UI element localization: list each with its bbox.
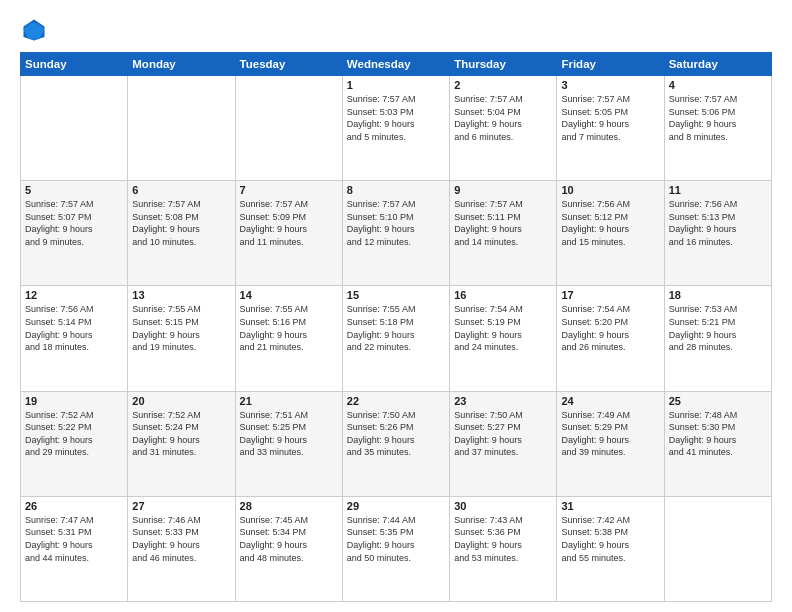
cell-info: Sunrise: 7:55 AM Sunset: 5:15 PM Dayligh…	[132, 303, 230, 353]
day-number: 16	[454, 289, 552, 301]
day-number: 18	[669, 289, 767, 301]
cell-info: Sunrise: 7:50 AM Sunset: 5:26 PM Dayligh…	[347, 409, 445, 459]
day-number: 13	[132, 289, 230, 301]
day-number: 25	[669, 395, 767, 407]
weekday-header-saturday: Saturday	[664, 53, 771, 76]
header	[20, 16, 772, 44]
calendar-cell	[21, 76, 128, 181]
cell-info: Sunrise: 7:49 AM Sunset: 5:29 PM Dayligh…	[561, 409, 659, 459]
cell-info: Sunrise: 7:57 AM Sunset: 5:05 PM Dayligh…	[561, 93, 659, 143]
cell-info: Sunrise: 7:57 AM Sunset: 5:03 PM Dayligh…	[347, 93, 445, 143]
calendar-cell: 30Sunrise: 7:43 AM Sunset: 5:36 PM Dayli…	[450, 496, 557, 601]
day-number: 1	[347, 79, 445, 91]
cell-info: Sunrise: 7:48 AM Sunset: 5:30 PM Dayligh…	[669, 409, 767, 459]
day-number: 20	[132, 395, 230, 407]
calendar-cell: 6Sunrise: 7:57 AM Sunset: 5:08 PM Daylig…	[128, 181, 235, 286]
calendar-week-row: 26Sunrise: 7:47 AM Sunset: 5:31 PM Dayli…	[21, 496, 772, 601]
calendar-cell: 11Sunrise: 7:56 AM Sunset: 5:13 PM Dayli…	[664, 181, 771, 286]
day-number: 9	[454, 184, 552, 196]
calendar-cell: 10Sunrise: 7:56 AM Sunset: 5:12 PM Dayli…	[557, 181, 664, 286]
calendar-cell: 1Sunrise: 7:57 AM Sunset: 5:03 PM Daylig…	[342, 76, 449, 181]
calendar-week-row: 12Sunrise: 7:56 AM Sunset: 5:14 PM Dayli…	[21, 286, 772, 391]
cell-info: Sunrise: 7:46 AM Sunset: 5:33 PM Dayligh…	[132, 514, 230, 564]
calendar-cell: 23Sunrise: 7:50 AM Sunset: 5:27 PM Dayli…	[450, 391, 557, 496]
cell-info: Sunrise: 7:54 AM Sunset: 5:20 PM Dayligh…	[561, 303, 659, 353]
cell-info: Sunrise: 7:55 AM Sunset: 5:18 PM Dayligh…	[347, 303, 445, 353]
calendar-cell: 2Sunrise: 7:57 AM Sunset: 5:04 PM Daylig…	[450, 76, 557, 181]
weekday-header-row: SundayMondayTuesdayWednesdayThursdayFrid…	[21, 53, 772, 76]
calendar-cell: 21Sunrise: 7:51 AM Sunset: 5:25 PM Dayli…	[235, 391, 342, 496]
weekday-header-monday: Monday	[128, 53, 235, 76]
calendar-cell: 5Sunrise: 7:57 AM Sunset: 5:07 PM Daylig…	[21, 181, 128, 286]
day-number: 24	[561, 395, 659, 407]
cell-info: Sunrise: 7:52 AM Sunset: 5:24 PM Dayligh…	[132, 409, 230, 459]
day-number: 6	[132, 184, 230, 196]
calendar-cell: 14Sunrise: 7:55 AM Sunset: 5:16 PM Dayli…	[235, 286, 342, 391]
day-number: 22	[347, 395, 445, 407]
weekday-header-wednesday: Wednesday	[342, 53, 449, 76]
cell-info: Sunrise: 7:43 AM Sunset: 5:36 PM Dayligh…	[454, 514, 552, 564]
calendar-cell: 26Sunrise: 7:47 AM Sunset: 5:31 PM Dayli…	[21, 496, 128, 601]
cell-info: Sunrise: 7:50 AM Sunset: 5:27 PM Dayligh…	[454, 409, 552, 459]
day-number: 11	[669, 184, 767, 196]
day-number: 21	[240, 395, 338, 407]
calendar-cell: 8Sunrise: 7:57 AM Sunset: 5:10 PM Daylig…	[342, 181, 449, 286]
day-number: 27	[132, 500, 230, 512]
calendar-cell: 12Sunrise: 7:56 AM Sunset: 5:14 PM Dayli…	[21, 286, 128, 391]
cell-info: Sunrise: 7:42 AM Sunset: 5:38 PM Dayligh…	[561, 514, 659, 564]
day-number: 3	[561, 79, 659, 91]
logo	[20, 16, 52, 44]
cell-info: Sunrise: 7:56 AM Sunset: 5:14 PM Dayligh…	[25, 303, 123, 353]
cell-info: Sunrise: 7:55 AM Sunset: 5:16 PM Dayligh…	[240, 303, 338, 353]
day-number: 7	[240, 184, 338, 196]
cell-info: Sunrise: 7:57 AM Sunset: 5:04 PM Dayligh…	[454, 93, 552, 143]
page: SundayMondayTuesdayWednesdayThursdayFrid…	[0, 0, 792, 612]
day-number: 28	[240, 500, 338, 512]
calendar-week-row: 5Sunrise: 7:57 AM Sunset: 5:07 PM Daylig…	[21, 181, 772, 286]
calendar-cell: 22Sunrise: 7:50 AM Sunset: 5:26 PM Dayli…	[342, 391, 449, 496]
day-number: 29	[347, 500, 445, 512]
day-number: 17	[561, 289, 659, 301]
weekday-header-friday: Friday	[557, 53, 664, 76]
calendar-cell: 15Sunrise: 7:55 AM Sunset: 5:18 PM Dayli…	[342, 286, 449, 391]
calendar-cell: 13Sunrise: 7:55 AM Sunset: 5:15 PM Dayli…	[128, 286, 235, 391]
cell-info: Sunrise: 7:45 AM Sunset: 5:34 PM Dayligh…	[240, 514, 338, 564]
calendar-cell: 18Sunrise: 7:53 AM Sunset: 5:21 PM Dayli…	[664, 286, 771, 391]
cell-info: Sunrise: 7:44 AM Sunset: 5:35 PM Dayligh…	[347, 514, 445, 564]
cell-info: Sunrise: 7:47 AM Sunset: 5:31 PM Dayligh…	[25, 514, 123, 564]
day-number: 19	[25, 395, 123, 407]
cell-info: Sunrise: 7:57 AM Sunset: 5:10 PM Dayligh…	[347, 198, 445, 248]
cell-info: Sunrise: 7:57 AM Sunset: 5:07 PM Dayligh…	[25, 198, 123, 248]
weekday-header-sunday: Sunday	[21, 53, 128, 76]
calendar-cell: 4Sunrise: 7:57 AM Sunset: 5:06 PM Daylig…	[664, 76, 771, 181]
day-number: 23	[454, 395, 552, 407]
calendar-cell: 24Sunrise: 7:49 AM Sunset: 5:29 PM Dayli…	[557, 391, 664, 496]
calendar-cell: 7Sunrise: 7:57 AM Sunset: 5:09 PM Daylig…	[235, 181, 342, 286]
calendar-cell	[128, 76, 235, 181]
calendar-table: SundayMondayTuesdayWednesdayThursdayFrid…	[20, 52, 772, 602]
calendar-cell: 19Sunrise: 7:52 AM Sunset: 5:22 PM Dayli…	[21, 391, 128, 496]
calendar-cell: 20Sunrise: 7:52 AM Sunset: 5:24 PM Dayli…	[128, 391, 235, 496]
calendar-cell: 28Sunrise: 7:45 AM Sunset: 5:34 PM Dayli…	[235, 496, 342, 601]
cell-info: Sunrise: 7:56 AM Sunset: 5:13 PM Dayligh…	[669, 198, 767, 248]
day-number: 10	[561, 184, 659, 196]
weekday-header-thursday: Thursday	[450, 53, 557, 76]
day-number: 14	[240, 289, 338, 301]
day-number: 4	[669, 79, 767, 91]
calendar-cell	[235, 76, 342, 181]
day-number: 31	[561, 500, 659, 512]
cell-info: Sunrise: 7:56 AM Sunset: 5:12 PM Dayligh…	[561, 198, 659, 248]
calendar-cell: 27Sunrise: 7:46 AM Sunset: 5:33 PM Dayli…	[128, 496, 235, 601]
cell-info: Sunrise: 7:57 AM Sunset: 5:06 PM Dayligh…	[669, 93, 767, 143]
cell-info: Sunrise: 7:51 AM Sunset: 5:25 PM Dayligh…	[240, 409, 338, 459]
cell-info: Sunrise: 7:52 AM Sunset: 5:22 PM Dayligh…	[25, 409, 123, 459]
calendar-cell: 29Sunrise: 7:44 AM Sunset: 5:35 PM Dayli…	[342, 496, 449, 601]
day-number: 8	[347, 184, 445, 196]
logo-icon	[20, 16, 48, 44]
cell-info: Sunrise: 7:57 AM Sunset: 5:11 PM Dayligh…	[454, 198, 552, 248]
calendar-week-row: 1Sunrise: 7:57 AM Sunset: 5:03 PM Daylig…	[21, 76, 772, 181]
calendar-week-row: 19Sunrise: 7:52 AM Sunset: 5:22 PM Dayli…	[21, 391, 772, 496]
calendar-cell: 25Sunrise: 7:48 AM Sunset: 5:30 PM Dayli…	[664, 391, 771, 496]
day-number: 15	[347, 289, 445, 301]
day-number: 26	[25, 500, 123, 512]
